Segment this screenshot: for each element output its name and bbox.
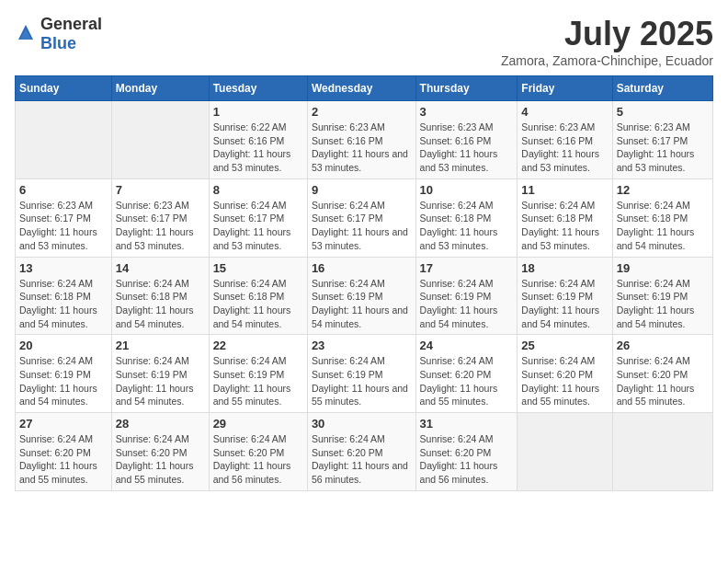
calendar-week-2: 6Sunrise: 6:23 AMSunset: 6:17 PMDaylight… (16, 178, 713, 257)
day-number: 17 (420, 261, 514, 275)
day-number: 31 (420, 417, 514, 431)
day-header-saturday: Saturday (612, 76, 712, 101)
day-number: 26 (617, 339, 709, 352)
logo-blue-text: Blue (40, 34, 76, 52)
logo-icon (15, 23, 37, 45)
calendar-cell: 28Sunrise: 6:24 AMSunset: 6:20 PMDayligh… (111, 413, 209, 491)
day-info: Sunrise: 6:24 AMSunset: 6:19 PMDaylight:… (312, 277, 412, 331)
day-info: Sunrise: 6:24 AMSunset: 6:20 PMDaylight:… (617, 354, 709, 408)
calendar-cell: 4Sunrise: 6:23 AMSunset: 6:16 PMDaylight… (518, 101, 612, 179)
day-info: Sunrise: 6:24 AMSunset: 6:19 PMDaylight:… (617, 277, 709, 331)
day-number: 14 (116, 261, 205, 275)
day-header-tuesday: Tuesday (209, 76, 307, 101)
day-header-wednesday: Wednesday (307, 76, 415, 101)
calendar-cell: 2Sunrise: 6:23 AMSunset: 6:16 PMDaylight… (307, 101, 415, 179)
calendar-cell: 25Sunrise: 6:24 AMSunset: 6:20 PMDayligh… (518, 335, 612, 413)
calendar-week-1: 1Sunrise: 6:22 AMSunset: 6:16 PMDaylight… (16, 101, 713, 179)
calendar-cell: 19Sunrise: 6:24 AMSunset: 6:19 PMDayligh… (612, 257, 712, 335)
day-info: Sunrise: 6:24 AMSunset: 6:18 PMDaylight:… (213, 277, 303, 331)
location-title: Zamora, Zamora-Chinchipe, Ecuador (501, 53, 713, 68)
day-info: Sunrise: 6:24 AMSunset: 6:18 PMDaylight:… (521, 199, 608, 253)
day-info: Sunrise: 6:24 AMSunset: 6:18 PMDaylight:… (19, 277, 108, 331)
day-number: 19 (617, 261, 709, 275)
logo-general-text: General (40, 15, 102, 33)
day-info: Sunrise: 6:24 AMSunset: 6:20 PMDaylight:… (213, 432, 303, 487)
calendar-cell: 23Sunrise: 6:24 AMSunset: 6:19 PMDayligh… (307, 335, 415, 413)
day-header-monday: Monday (111, 76, 209, 101)
title-block: July 2025 Zamora, Zamora-Chinchipe, Ecua… (501, 15, 713, 68)
day-header-friday: Friday (518, 76, 612, 101)
calendar-cell: 12Sunrise: 6:24 AMSunset: 6:18 PMDayligh… (612, 178, 712, 257)
calendar-cell: 11Sunrise: 6:24 AMSunset: 6:18 PMDayligh… (518, 178, 612, 257)
calendar-cell: 10Sunrise: 6:24 AMSunset: 6:18 PMDayligh… (415, 178, 518, 257)
day-number: 16 (312, 261, 412, 275)
calendar-cell: 15Sunrise: 6:24 AMSunset: 6:18 PMDayligh… (209, 257, 307, 335)
day-number: 4 (521, 105, 608, 119)
day-number: 15 (213, 261, 303, 275)
day-number: 20 (19, 339, 108, 352)
calendar-cell: 6Sunrise: 6:23 AMSunset: 6:17 PMDaylight… (16, 178, 112, 257)
day-number: 27 (19, 417, 108, 431)
day-number: 30 (312, 417, 412, 431)
day-info: Sunrise: 6:22 AMSunset: 6:16 PMDaylight:… (213, 121, 303, 175)
day-number: 3 (420, 105, 514, 119)
day-number: 10 (420, 183, 514, 197)
day-info: Sunrise: 6:24 AMSunset: 6:18 PMDaylight:… (420, 199, 514, 253)
day-number: 1 (213, 105, 303, 119)
day-number: 5 (617, 105, 709, 119)
calendar-cell (612, 413, 712, 491)
day-number: 11 (521, 183, 608, 197)
calendar-cell: 31Sunrise: 6:24 AMSunset: 6:20 PMDayligh… (415, 413, 518, 491)
calendar-cell: 26Sunrise: 6:24 AMSunset: 6:20 PMDayligh… (612, 335, 712, 413)
calendar-cell: 17Sunrise: 6:24 AMSunset: 6:19 PMDayligh… (415, 257, 518, 335)
day-info: Sunrise: 6:24 AMSunset: 6:19 PMDaylight:… (116, 354, 205, 408)
day-info: Sunrise: 6:24 AMSunset: 6:17 PMDaylight:… (213, 199, 303, 253)
day-header-thursday: Thursday (415, 76, 518, 101)
day-number: 18 (521, 261, 608, 275)
calendar-cell: 24Sunrise: 6:24 AMSunset: 6:20 PMDayligh… (415, 335, 518, 413)
calendar-cell: 22Sunrise: 6:24 AMSunset: 6:19 PMDayligh… (209, 335, 307, 413)
day-info: Sunrise: 6:23 AMSunset: 6:17 PMDaylight:… (617, 121, 709, 175)
calendar-cell: 18Sunrise: 6:24 AMSunset: 6:19 PMDayligh… (518, 257, 612, 335)
calendar-table: SundayMondayTuesdayWednesdayThursdayFrid… (15, 75, 713, 491)
day-number: 12 (617, 183, 709, 197)
calendar-cell: 21Sunrise: 6:24 AMSunset: 6:19 PMDayligh… (111, 335, 209, 413)
day-info: Sunrise: 6:24 AMSunset: 6:20 PMDaylight:… (116, 432, 205, 487)
day-number: 24 (420, 339, 514, 352)
calendar-cell (16, 101, 112, 179)
calendar-header-row: SundayMondayTuesdayWednesdayThursdayFrid… (16, 76, 713, 101)
calendar-cell: 29Sunrise: 6:24 AMSunset: 6:20 PMDayligh… (209, 413, 307, 491)
day-number: 21 (116, 339, 205, 352)
day-info: Sunrise: 6:23 AMSunset: 6:16 PMDaylight:… (521, 121, 608, 175)
calendar-week-3: 13Sunrise: 6:24 AMSunset: 6:18 PMDayligh… (16, 257, 713, 335)
calendar-cell: 27Sunrise: 6:24 AMSunset: 6:20 PMDayligh… (16, 413, 112, 491)
page-header: General Blue July 2025 Zamora, Zamora-Ch… (15, 15, 713, 68)
day-info: Sunrise: 6:23 AMSunset: 6:17 PMDaylight:… (19, 199, 108, 253)
calendar-week-5: 27Sunrise: 6:24 AMSunset: 6:20 PMDayligh… (16, 413, 713, 491)
calendar-week-4: 20Sunrise: 6:24 AMSunset: 6:19 PMDayligh… (16, 335, 713, 413)
day-number: 13 (19, 261, 108, 275)
day-number: 8 (213, 183, 303, 197)
calendar-cell: 30Sunrise: 6:24 AMSunset: 6:20 PMDayligh… (307, 413, 415, 491)
calendar-cell (111, 101, 209, 179)
day-info: Sunrise: 6:24 AMSunset: 6:20 PMDaylight:… (521, 354, 608, 408)
day-info: Sunrise: 6:24 AMSunset: 6:20 PMDaylight:… (19, 432, 108, 487)
day-info: Sunrise: 6:24 AMSunset: 6:18 PMDaylight:… (116, 277, 205, 331)
day-info: Sunrise: 6:24 AMSunset: 6:19 PMDaylight:… (521, 277, 608, 331)
day-number: 28 (116, 417, 205, 431)
calendar-cell: 14Sunrise: 6:24 AMSunset: 6:18 PMDayligh… (111, 257, 209, 335)
calendar-cell: 16Sunrise: 6:24 AMSunset: 6:19 PMDayligh… (307, 257, 415, 335)
day-info: Sunrise: 6:24 AMSunset: 6:20 PMDaylight:… (312, 432, 412, 487)
day-info: Sunrise: 6:23 AMSunset: 6:16 PMDaylight:… (312, 121, 412, 175)
day-number: 23 (312, 339, 412, 352)
calendar-cell: 7Sunrise: 6:23 AMSunset: 6:17 PMDaylight… (111, 178, 209, 257)
calendar-cell: 8Sunrise: 6:24 AMSunset: 6:17 PMDaylight… (209, 178, 307, 257)
calendar-cell (518, 413, 612, 491)
logo: General Blue (15, 15, 102, 53)
day-number: 25 (521, 339, 608, 352)
calendar-cell: 1Sunrise: 6:22 AMSunset: 6:16 PMDaylight… (209, 101, 307, 179)
calendar-cell: 3Sunrise: 6:23 AMSunset: 6:16 PMDaylight… (415, 101, 518, 179)
calendar-body: 1Sunrise: 6:22 AMSunset: 6:16 PMDaylight… (16, 101, 713, 491)
calendar-cell: 13Sunrise: 6:24 AMSunset: 6:18 PMDayligh… (16, 257, 112, 335)
day-info: Sunrise: 6:23 AMSunset: 6:17 PMDaylight:… (116, 199, 205, 253)
